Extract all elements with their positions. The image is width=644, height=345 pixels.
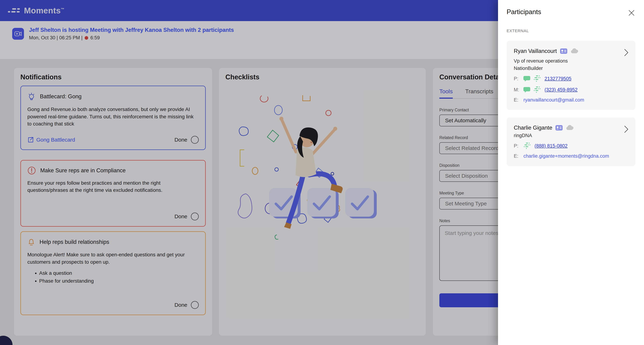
external-section-label: EXTERNAL [506, 28, 636, 33]
mobile-row: M: (323) 459- [514, 86, 628, 93]
contact-badge-icon [560, 48, 567, 54]
email-link[interactable]: ryanvaillancourt@gmail.com [524, 97, 584, 103]
participant-card[interactable]: Charlie Gigante [506, 117, 636, 166]
participant-company: NationBuilder [514, 66, 628, 71]
row-label: P: [514, 76, 520, 81]
participant-card[interactable]: Ryan Vaillancourt [506, 41, 636, 110]
participant-company: ringDNA [514, 133, 628, 138]
mobile-link[interactable]: (323) 459-8952 [544, 87, 578, 93]
row-label: M: [514, 87, 520, 93]
moments-call-icon[interactable] [534, 86, 541, 93]
chat-bubble-icon[interactable] [524, 76, 530, 82]
cloud-icon [566, 125, 574, 131]
contact-badge-icon [556, 125, 562, 130]
chevron-right-icon[interactable] [624, 125, 628, 133]
app-root: Moments™ Jeff Shelton is hosting Meeting… [0, 0, 644, 345]
email-link[interactable]: charlie.gigante+moments@ringdna.com [524, 153, 609, 159]
moments-call-icon[interactable] [524, 142, 531, 149]
chevron-right-icon[interactable] [624, 49, 628, 56]
phone-link[interactable]: (888) 815-0802 [534, 143, 568, 149]
participant-name: Ryan Vaillancourt [514, 48, 557, 54]
chat-bubble-icon[interactable] [524, 87, 530, 93]
row-label: P: [514, 143, 520, 149]
phone-row: P: 2132779505 [514, 75, 628, 82]
drawer-title: Participants [506, 8, 541, 16]
row-label: E: [514, 97, 520, 103]
participants-drawer: Participants EXTERNAL Ryan Vaillancourt [498, 0, 644, 345]
phone-link[interactable]: 2132779505 [544, 76, 571, 81]
close-icon[interactable] [628, 9, 636, 17]
email-row: E: charlie.gigante+moments@ringdna.com [514, 153, 628, 159]
participant-role: Vp of revenue operations [514, 58, 628, 64]
phone-row: P: (888) 815-0802 [514, 142, 628, 149]
cloud-icon [570, 48, 579, 54]
participant-name: Charlie Gigante [514, 125, 552, 131]
email-row: E: ryanvaillancourt@gmail.com [514, 97, 628, 103]
row-label: E: [514, 153, 520, 159]
moments-call-icon[interactable] [534, 75, 541, 82]
